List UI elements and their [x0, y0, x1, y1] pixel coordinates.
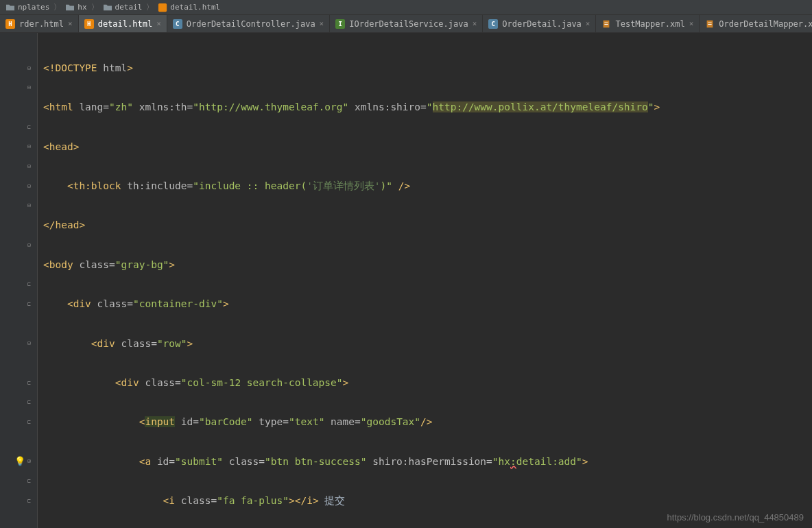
breadcrumb-item[interactable]: detail — [100, 3, 145, 12]
close-icon[interactable]: × — [689, 19, 694, 28]
gutter: ⊟ ⊟ ⊏ ⊟ ⊟ ⊟ ⊟ ⊟ ⊏ ⊏ ⊟ ⊏ ⊏ ⊏ 💡⊞ ⊏ ⊏ — [0, 33, 38, 528]
tab-orderdetailmapper-xml[interactable]: OrderDetailMapper.xml× — [700, 15, 812, 33]
fold-end-icon[interactable]: ⊏ — [25, 477, 33, 485]
breadcrumb-item[interactable]: nplates — [3, 3, 52, 12]
tab-iorderdetailservice[interactable]: IIOrderDetailService.java× — [330, 15, 483, 33]
folder-icon — [65, 3, 75, 12]
fold-end-icon[interactable]: ⊏ — [25, 300, 33, 308]
tab-label: TestMapper.xml — [615, 19, 684, 29]
intention-bulb-icon[interactable]: 💡 — [14, 456, 25, 466]
code-line: <div class="col-sm-12 search-collapse"> — [43, 373, 812, 393]
fold-end-icon[interactable]: ⊏ — [25, 123, 33, 131]
code-area[interactable]: <!DOCTYPE html> <html lang="zh" xmlns:th… — [38, 33, 812, 528]
breadcrumb-label: nplates — [18, 3, 49, 12]
fold-toggle-icon[interactable]: ⊟ — [25, 339, 33, 347]
fold-toggle-icon[interactable]: ⊟ — [25, 84, 33, 91]
code-line: <html lang="zh" xmlns:th="http://www.thy… — [43, 97, 812, 117]
tab-label: rder.html — [19, 19, 64, 29]
fold-end-icon[interactable]: ⊏ — [25, 398, 33, 406]
close-icon[interactable]: × — [68, 19, 73, 28]
fold-toggle-icon[interactable]: ⊞ — [25, 457, 33, 465]
watermark: https://blog.csdn.net/qq_44850489 — [667, 512, 804, 523]
tab-testmapper-xml[interactable]: TestMapper.xml× — [596, 15, 700, 33]
breadcrumb-sep: 〉 — [145, 2, 155, 12]
code-line: <body class="gray-bg"> — [43, 255, 812, 275]
breadcrumb-item[interactable]: hx — [62, 3, 89, 12]
close-icon[interactable]: × — [473, 19, 477, 28]
xml-file-icon — [705, 19, 715, 29]
close-icon[interactable]: × — [320, 19, 324, 28]
fold-toggle-icon[interactable]: ⊟ — [25, 143, 33, 150]
breadcrumb-label: hx — [77, 3, 86, 12]
svg-rect-0 — [158, 3, 167, 11]
tab-rder-html[interactable]: Hrder.html× — [0, 15, 79, 33]
fold-end-icon[interactable]: ⊏ — [25, 497, 33, 505]
tab-label: OrderDetailController.java — [187, 19, 315, 29]
tab-orderdetailcontroller[interactable]: COrderDetailController.java× — [167, 15, 330, 33]
folder-icon — [5, 3, 15, 12]
fold-toggle-icon[interactable]: ⊟ — [25, 202, 33, 209]
code-editor[interactable]: ⊟ ⊟ ⊏ ⊟ ⊟ ⊟ ⊟ ⊟ ⊏ ⊏ ⊟ ⊏ ⊏ ⊏ 💡⊞ ⊏ ⊏ <!DOC… — [0, 33, 812, 528]
fold-end-icon[interactable]: ⊏ — [25, 418, 33, 426]
tab-label: IOrderDetailService.java — [349, 19, 468, 29]
folder-icon — [103, 3, 112, 12]
code-line: <div class="container-div"> — [43, 294, 812, 314]
tab-detail-html[interactable]: Hdetail.html× — [79, 15, 167, 33]
code-line: <a id="submit" class="btn btn-success" s… — [43, 452, 812, 472]
code-line: <div class="row"> — [43, 334, 812, 354]
html-file-icon: H — [5, 19, 15, 29]
breadcrumb-sep: 〉 — [52, 2, 62, 12]
code-line: </head> — [43, 215, 812, 235]
java-class-icon: C — [488, 19, 498, 29]
breadcrumb: nplates 〉 hx 〉 detail 〉 detail.html — [0, 0, 812, 15]
tab-label: OrderDetailMapper.xml — [719, 19, 812, 29]
tab-label: detail.html — [98, 19, 152, 29]
editor-tabs: Hrder.html× Hdetail.html× COrderDetailCo… — [0, 15, 812, 33]
html-file-icon — [158, 3, 167, 12]
close-icon[interactable]: × — [156, 19, 161, 28]
code-line: <!DOCTYPE html> — [43, 58, 812, 78]
tab-label: OrderDetail.java — [502, 19, 582, 29]
code-line: <input id="barCode" type="text" name="go… — [43, 412, 812, 432]
html-file-icon: H — [84, 19, 94, 29]
breadcrumb-item[interactable]: detail.html — [155, 3, 223, 12]
breadcrumb-label: detail — [115, 3, 143, 12]
code-line: <th:block th:include="include :: header(… — [43, 176, 812, 196]
code-line: <i class="fa fa-plus"></i> 提交 — [43, 491, 812, 511]
java-interface-icon: I — [335, 19, 345, 29]
fold-toggle-icon[interactable]: ⊟ — [25, 64, 33, 72]
code-line: <head> — [43, 137, 812, 157]
fold-toggle-icon[interactable]: ⊟ — [25, 182, 33, 190]
breadcrumb-sep: 〉 — [90, 2, 100, 12]
fold-toggle-icon[interactable]: ⊟ — [25, 241, 33, 249]
fold-toggle-icon[interactable]: ⊟ — [25, 163, 33, 170]
java-class-icon: C — [173, 19, 182, 29]
close-icon[interactable]: × — [586, 19, 590, 28]
tab-orderdetail[interactable]: COrderDetail.java× — [483, 15, 596, 33]
fold-end-icon[interactable]: ⊏ — [25, 379, 33, 387]
xml-file-icon — [601, 19, 611, 29]
fold-end-icon[interactable]: ⊏ — [25, 280, 33, 288]
breadcrumb-label: detail.html — [170, 3, 220, 12]
